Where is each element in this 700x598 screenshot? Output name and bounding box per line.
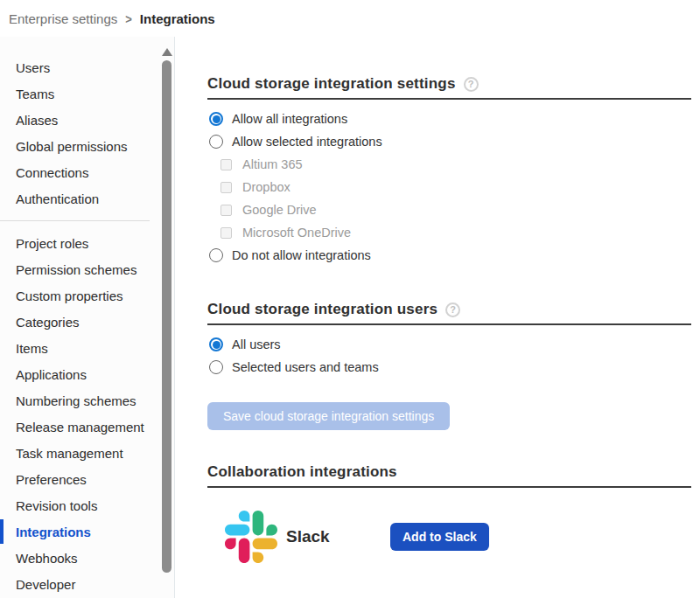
sidebar-item-label: Teams (16, 87, 54, 101)
option-label: Do not allow integrations (232, 248, 371, 262)
help-icon[interactable]: ? (445, 302, 460, 317)
sidebar-item-integrations[interactable]: Integrations (0, 518, 174, 545)
sidebar-item-numbering-schemes[interactable]: Numbering schemes (0, 387, 174, 414)
checkbox-option-dropbox[interactable]: Dropbox (209, 176, 691, 198)
sidebar-item-label: Users (16, 60, 50, 75)
sidebar-item-label: Numbering schemes (16, 393, 136, 408)
radio-unselected-icon[interactable] (209, 360, 223, 374)
cloud-storage-settings-section: Cloud storage integration settings ? All… (207, 75, 691, 267)
sidebar-item-label: Task management (16, 446, 123, 461)
sidebar-item-revision-tools[interactable]: Revision tools (0, 492, 174, 518)
sidebar-item-project-roles[interactable]: Project roles (0, 230, 174, 256)
sidebar-item-label: Webhooks (16, 551, 78, 566)
radio-selected-icon[interactable] (209, 112, 223, 126)
scrollbar-thumb[interactable] (162, 60, 172, 573)
section-title: Cloud storage integration settings (207, 75, 456, 93)
slack-integration-row: Slack Add to Slack (207, 511, 691, 563)
sidebar-item-label: Categories (16, 315, 80, 330)
sidebar-item-applications[interactable]: Applications (0, 361, 174, 387)
sidebar-item-label: Integrations (16, 525, 91, 539)
sidebar-item-custom-properties[interactable]: Custom properties (0, 282, 174, 309)
sidebar-item-label: Release management (16, 420, 144, 435)
option-label: Altium 365 (242, 157, 303, 171)
sidebar-item-label: Global permissions (16, 139, 128, 154)
storage-options-group: Allow all integrationsAllow selected int… (207, 108, 691, 267)
section-heading: Cloud storage integration settings ? (207, 75, 691, 100)
users-options-group: All usersSelected users and teams (207, 333, 691, 379)
checkbox-option-altium-365[interactable]: Altium 365 (209, 153, 691, 176)
option-label: Google Drive (242, 203, 317, 217)
sidebar-item-label: Authentication (16, 191, 99, 206)
option-label: Dropbox (242, 180, 290, 194)
sidebar-item-permission-schemes[interactable]: Permission schemes (0, 256, 174, 282)
save-cloud-storage-settings-button[interactable]: Save cloud storage integration settings (207, 402, 450, 430)
integration-name: Slack (286, 527, 390, 546)
sidebar-item-aliases[interactable]: Aliases (0, 107, 174, 133)
main-content: Cloud storage integration settings ? All… (175, 37, 700, 598)
sidebar-item-authentication[interactable]: Authentication (0, 185, 174, 212)
radio-option-selected-users-and-teams[interactable]: Selected users and teams (209, 356, 691, 379)
option-label: Selected users and teams (232, 360, 379, 374)
checkbox-option-microsoft-onedrive[interactable]: Microsoft OneDrive (209, 221, 691, 244)
sidebar-nav: UsersTeamsAliasesGlobal permissionsConne… (0, 54, 174, 597)
radio-option-allow-selected-integrations[interactable]: Allow selected integrations (209, 130, 691, 153)
breadcrumb: Enterprise settings > Integrations (0, 0, 700, 37)
page-layout: UsersTeamsAliasesGlobal permissionsConne… (0, 37, 700, 598)
breadcrumb-parent-link[interactable]: Enterprise settings (9, 11, 117, 26)
radio-option-allow-all-integrations[interactable]: Allow all integrations (209, 108, 691, 130)
slack-logo-icon (225, 511, 277, 563)
sidebar-divider (0, 220, 150, 221)
sidebar-item-label: Applications (16, 367, 87, 382)
checkbox-unchecked-icon[interactable] (220, 182, 232, 193)
help-icon[interactable]: ? (464, 77, 479, 92)
section-heading: Cloud storage integration users ? (207, 301, 691, 325)
section-title: Cloud storage integration users (207, 301, 438, 318)
sidebar-item-task-management[interactable]: Task management (0, 440, 174, 466)
section-title: Collaboration integrations (207, 463, 397, 481)
sidebar-scrollbar (161, 48, 172, 598)
radio-option-all-users[interactable]: All users (209, 333, 691, 356)
sidebar-item-label: Custom properties (16, 289, 123, 303)
settings-sidebar: UsersTeamsAliasesGlobal permissionsConne… (0, 37, 175, 598)
sidebar-item-global-permissions[interactable]: Global permissions (0, 133, 174, 159)
section-heading: Collaboration integrations (207, 463, 691, 488)
checkbox-option-google-drive[interactable]: Google Drive (209, 198, 691, 221)
sidebar-item-label: Preferences (16, 472, 87, 487)
option-label: Allow all integrations (232, 112, 347, 126)
checkbox-unchecked-icon[interactable] (220, 205, 232, 216)
option-label: Microsoft OneDrive (242, 226, 351, 240)
sidebar-item-users[interactable]: Users (0, 54, 174, 80)
sidebar-item-label: Permission schemes (16, 262, 136, 277)
sidebar-item-categories[interactable]: Categories (0, 309, 174, 335)
option-label: All users (232, 337, 281, 351)
radio-selected-icon[interactable] (209, 337, 223, 351)
chevron-right-icon: > (125, 10, 132, 25)
add-to-slack-button[interactable]: Add to Slack (390, 523, 489, 551)
sidebar-item-teams[interactable]: Teams (0, 80, 174, 107)
sidebar-item-preferences[interactable]: Preferences (0, 466, 174, 492)
sidebar-item-label: Project roles (16, 236, 88, 251)
option-label: Allow selected integrations (232, 135, 382, 149)
collaboration-integrations-section: Collaboration integrations Slack Add to … (207, 463, 691, 563)
sidebar-item-label: Items (16, 341, 48, 356)
sidebar-item-label: Developer (16, 577, 75, 592)
sidebar-item-label: Aliases (16, 113, 58, 128)
sidebar-item-developer[interactable]: Developer (0, 571, 174, 597)
checkbox-unchecked-icon[interactable] (220, 227, 232, 239)
radio-unselected-icon[interactable] (209, 135, 223, 149)
sidebar-item-items[interactable]: Items (0, 335, 174, 361)
breadcrumb-current: Integrations (140, 11, 215, 26)
sidebar-item-release-management[interactable]: Release management (0, 414, 174, 440)
checkbox-unchecked-icon[interactable] (220, 159, 232, 170)
sidebar-item-label: Connections (16, 165, 88, 180)
radio-option-do-not-allow-integrations[interactable]: Do not allow integrations (209, 244, 691, 267)
sidebar-item-label: Revision tools (16, 498, 97, 513)
scroll-up-arrow-icon[interactable] (162, 48, 172, 56)
cloud-storage-users-section: Cloud storage integration users ? All us… (207, 301, 691, 430)
radio-unselected-icon[interactable] (209, 248, 223, 262)
sidebar-item-connections[interactable]: Connections (0, 159, 174, 185)
sidebar-item-webhooks[interactable]: Webhooks (0, 545, 174, 571)
